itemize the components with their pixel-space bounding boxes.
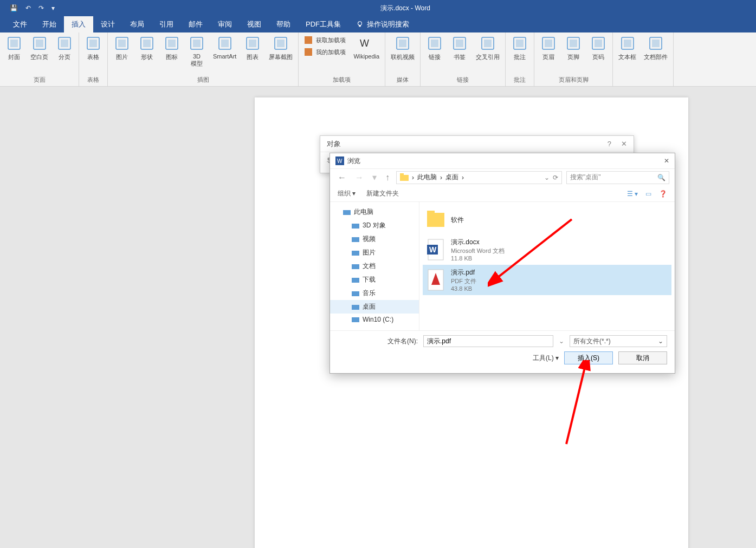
page-break-button[interactable]: 分页: [54, 35, 75, 62]
tab-引用[interactable]: 引用: [152, 16, 181, 32]
svg-rect-42: [595, 40, 602, 47]
comment-button[interactable]: 批注: [509, 35, 531, 62]
blank-page-button[interactable]: 空白页: [28, 35, 50, 62]
tab-视图[interactable]: 视图: [240, 16, 269, 32]
tree-node-pictures[interactable]: 图片: [330, 246, 419, 259]
svg-rect-19: [221, 40, 229, 47]
smartart-button[interactable]: SmartArt: [211, 35, 238, 61]
tree-node-3d-objects[interactable]: 3D 对象: [330, 219, 419, 232]
icons-button[interactable]: 图标: [161, 35, 183, 62]
quick-parts-button[interactable]: 文档部件: [642, 35, 670, 62]
qat-more-icon[interactable]: ▾: [51, 4, 55, 12]
tab-文件[interactable]: 文件: [5, 16, 35, 32]
tree-node-videos[interactable]: 视频: [330, 232, 419, 246]
save-icon[interactable]: 💾: [10, 4, 18, 12]
file-item[interactable]: W演示.docxMicrosoft Word 文档11.8 KB: [423, 234, 671, 265]
screenshot-button[interactable]: 屏幕截图: [267, 35, 295, 62]
tab-布局[interactable]: 布局: [122, 16, 152, 32]
svg-rect-1: [359, 25, 361, 27]
svg-rect-5: [36, 40, 43, 47]
svg-rect-17: [193, 40, 201, 47]
file-item[interactable]: 软件: [423, 205, 671, 234]
svg-rect-57: [352, 291, 359, 296]
online-video-button[interactable]: 联机视频: [389, 35, 417, 62]
svg-rect-49: [400, 175, 409, 181]
help-icon[interactable]: ❓: [659, 190, 667, 198]
tab-插入[interactable]: 插入: [64, 16, 93, 32]
tell-me-search[interactable]: 操作说明搜索: [348, 16, 417, 32]
tree-node-downloads[interactable]: 下载: [330, 273, 419, 286]
table-button[interactable]: 表格: [82, 35, 104, 62]
tab-邮件[interactable]: 邮件: [181, 16, 210, 32]
tab-设计[interactable]: 设计: [93, 16, 122, 32]
header-button[interactable]: 页眉: [538, 35, 559, 62]
forward-button[interactable]: →: [353, 173, 366, 182]
tree-node-this-pc[interactable]: 此电脑: [330, 205, 419, 219]
new-folder-button[interactable]: 新建文件夹: [366, 189, 399, 198]
organize-button[interactable]: 组织 ▾: [338, 189, 356, 198]
tree-node-music[interactable]: 音乐: [330, 286, 419, 300]
close-icon[interactable]: ✕: [664, 157, 669, 165]
link-button[interactable]: 链接: [424, 35, 445, 62]
address-bar[interactable]: › 此电脑 › 桌面 › ⌄ ⟳: [396, 171, 562, 184]
address-dropdown-icon[interactable]: ⌄: [544, 174, 550, 181]
redo-icon[interactable]: ↷: [38, 4, 44, 12]
footer-button[interactable]: 页脚: [563, 35, 584, 62]
cross-reference-button[interactable]: 交叉引用: [474, 35, 502, 62]
pictures-button[interactable]: 图片: [111, 35, 133, 62]
tools-menu[interactable]: 工具(L) ▾: [533, 354, 559, 363]
recent-button[interactable]: ▾: [370, 172, 379, 182]
group-label: 批注: [509, 75, 531, 85]
breadcrumb-segment[interactable]: 此电脑: [417, 173, 437, 182]
view-options-icon[interactable]: ☰ ▾: [627, 190, 638, 198]
svg-rect-32: [456, 40, 463, 47]
search-icon[interactable]: 🔍: [657, 174, 665, 181]
folder-icon: [352, 249, 359, 257]
help-icon[interactable]: ?: [608, 140, 611, 148]
svg-text:W: W: [360, 38, 369, 49]
filename-input[interactable]: [423, 335, 553, 347]
tab-开始[interactable]: 开始: [35, 16, 64, 32]
tab-帮助[interactable]: 帮助: [269, 16, 298, 32]
object-dialog-title: 对象: [327, 139, 341, 149]
text-box-button[interactable]: 文本框: [616, 35, 638, 62]
preview-pane-icon[interactable]: ▭: [645, 190, 651, 198]
back-button[interactable]: ←: [335, 173, 348, 182]
svg-rect-30: [431, 40, 438, 47]
svg-rect-46: [652, 40, 660, 47]
tab-审阅[interactable]: 审阅: [210, 16, 240, 32]
file-item[interactable]: 演示.pdfPDF 文件43.8 KB: [423, 265, 671, 295]
file-type-filter[interactable]: 所有文件(*.*)⌄: [570, 335, 667, 347]
up-button[interactable]: ↑: [383, 173, 392, 182]
svg-rect-3: [10, 40, 18, 47]
search-box[interactable]: 搜索"桌面" 🔍: [566, 171, 669, 184]
tree-node-desktop[interactable]: 桌面: [330, 300, 419, 314]
svg-rect-52: [352, 224, 359, 229]
page-number-button[interactable]: 页码: [587, 35, 609, 62]
3d-models-button[interactable]: 3D模型: [186, 35, 208, 69]
search-placeholder: 搜索"桌面": [570, 173, 601, 182]
wikipedia-button[interactable]: WWikipedia: [351, 35, 382, 61]
chart-button[interactable]: 图表: [242, 35, 263, 62]
title-bar: 💾 ↶ ↷ ▾ 演示.docx - Word: [0, 0, 756, 16]
svg-rect-23: [277, 40, 285, 47]
get-addins-button[interactable]: 获取加载项: [302, 35, 348, 45]
tab-PDF工具集[interactable]: PDF工具集: [298, 16, 348, 32]
breadcrumb-segment[interactable]: 桌面: [445, 173, 458, 182]
svg-rect-28: [399, 40, 406, 47]
svg-text:W: W: [429, 245, 437, 254]
svg-rect-44: [624, 40, 631, 47]
bookmark-button[interactable]: 书签: [449, 35, 470, 62]
undo-icon[interactable]: ↶: [25, 4, 31, 12]
tree-node-drive-c[interactable]: Win10 (C:): [330, 314, 419, 325]
close-icon[interactable]: ✕: [621, 140, 627, 148]
svg-rect-7: [61, 40, 68, 47]
tree-node-documents[interactable]: 文档: [330, 259, 419, 273]
svg-rect-58: [352, 305, 359, 310]
shapes-button[interactable]: 形状: [136, 35, 158, 62]
refresh-icon[interactable]: ⟳: [553, 174, 558, 181]
cover-page-button[interactable]: 封面: [3, 35, 25, 62]
cancel-button[interactable]: 取消: [618, 351, 667, 364]
insert-button[interactable]: 插入(S): [564, 351, 613, 364]
my-addins-button[interactable]: 我的加载项: [302, 47, 348, 57]
